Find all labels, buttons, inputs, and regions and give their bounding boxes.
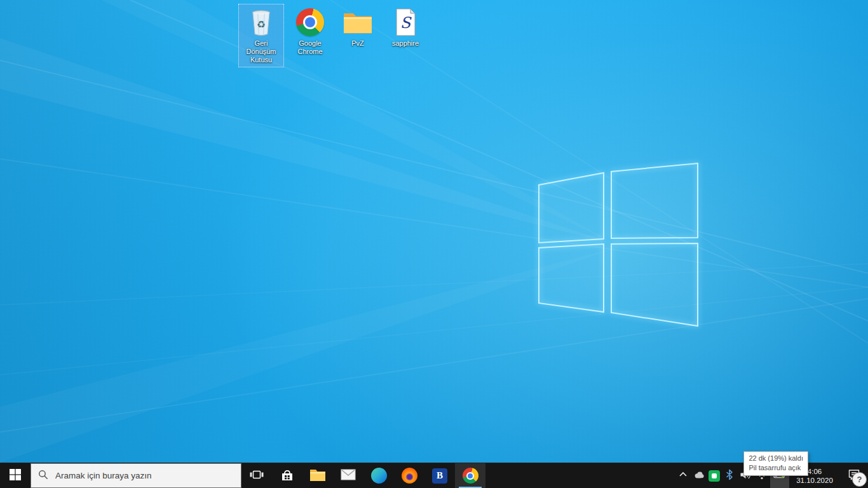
desktop-icon-label: PvZ xyxy=(351,39,364,48)
show-hidden-icons-button[interactable] xyxy=(675,463,691,488)
task-view-button[interactable] xyxy=(241,463,272,488)
letter-b-app-icon: B xyxy=(432,468,447,484)
svg-text:♻: ♻ xyxy=(257,19,266,30)
taskbar-app-firefox[interactable] xyxy=(394,463,424,488)
tray-green-app-button[interactable] xyxy=(707,463,722,488)
firefox-browser-icon xyxy=(402,468,417,484)
wallpaper: ♻ Geri Dönüşüm Kutusu Google Chrome PvZ xyxy=(0,0,868,463)
tray-bluetooth-button[interactable] xyxy=(722,463,737,488)
cloud-icon xyxy=(693,468,705,484)
recycle-bin-icon: ♻ xyxy=(246,7,276,37)
clock-date: 31.10.2020 xyxy=(796,476,833,485)
mail-envelope-icon xyxy=(341,469,356,483)
task-view-icon xyxy=(250,468,264,484)
taskbar-app-microsoft-store[interactable] xyxy=(272,463,302,488)
green-app-icon xyxy=(709,470,720,482)
chrome-browser-icon xyxy=(463,468,478,484)
folder-icon xyxy=(342,7,373,37)
taskbar: B xyxy=(0,463,868,488)
taskbar-app-edge[interactable] xyxy=(363,463,394,488)
desktop-icon-label: sapphire xyxy=(392,39,419,48)
start-button[interactable] xyxy=(0,463,31,488)
windows-desktop-screen: ♻ Geri Dönüşüm Kutusu Google Chrome PvZ xyxy=(0,0,868,488)
search-input[interactable] xyxy=(54,470,234,481)
taskbar-app-mail[interactable] xyxy=(333,463,363,488)
desktop-icon-sapphire[interactable]: S sapphire xyxy=(383,4,428,62)
microsoft-store-icon xyxy=(280,467,295,485)
windows-logo-glow xyxy=(539,163,698,326)
taskbar-app-file-explorer[interactable] xyxy=(302,463,333,488)
chevron-up-icon xyxy=(678,470,688,482)
desktop-icon-recycle-bin[interactable]: ♻ Geri Dönüşüm Kutusu xyxy=(238,4,284,67)
bluetooth-icon xyxy=(724,469,735,483)
document-s-icon: S xyxy=(390,7,421,37)
help-bubble-label: ? xyxy=(857,475,862,484)
tray-cloud-button[interactable] xyxy=(691,463,707,488)
windows-logo-icon xyxy=(10,469,21,483)
chrome-logo-icon xyxy=(295,7,325,37)
taskbar-search-box[interactable] xyxy=(31,463,241,488)
taskbar-app-chrome[interactable] xyxy=(455,463,485,488)
battery-tooltip-line2: Pil tasarrufu açık xyxy=(749,463,803,473)
svg-text:S: S xyxy=(400,14,412,32)
search-icon xyxy=(38,470,48,482)
battery-tooltip-line1: 22 dk (19%) kaldı xyxy=(749,454,803,463)
windows-logo xyxy=(539,163,698,326)
desktop-icon-label: Geri Dönüşüm Kutusu xyxy=(240,39,283,64)
wallpaper-light-rays xyxy=(0,0,868,463)
desktop-icon-pvz-folder[interactable]: PvZ xyxy=(335,4,381,62)
battery-tooltip: 22 dk (19%) kaldı Pil tasarrufu açık xyxy=(743,451,808,476)
desktop-icon-label: Google Chrome xyxy=(288,39,332,56)
desktop-icon-google-chrome[interactable]: Google Chrome xyxy=(287,4,333,62)
clock-time: 4:06 xyxy=(808,467,822,476)
file-explorer-icon xyxy=(309,468,326,484)
edge-browser-icon xyxy=(371,468,387,484)
taskbar-app-letter-b[interactable]: B xyxy=(424,463,455,488)
help-bubble[interactable]: ? xyxy=(852,472,867,487)
